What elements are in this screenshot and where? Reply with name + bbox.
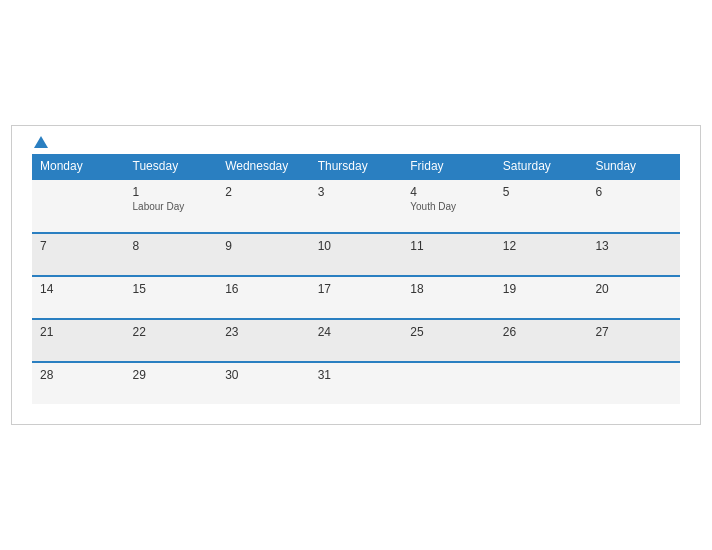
calendar-cell: 16: [217, 276, 310, 319]
day-number: 13: [595, 239, 672, 253]
calendar-cell: 24: [310, 319, 403, 362]
calendar-cell: 23: [217, 319, 310, 362]
weekday-header-tuesday: Tuesday: [125, 154, 218, 179]
day-number: 11: [410, 239, 487, 253]
weekday-header-sunday: Sunday: [587, 154, 680, 179]
calendar-cell: 1Labour Day: [125, 179, 218, 233]
calendar-table: MondayTuesdayWednesdayThursdayFridaySatu…: [32, 154, 680, 404]
day-number: 20: [595, 282, 672, 296]
calendar-cell: [495, 362, 588, 404]
day-number: 29: [133, 368, 210, 382]
day-number: 26: [503, 325, 580, 339]
calendar-cell: 6: [587, 179, 680, 233]
calendar-cell: 30: [217, 362, 310, 404]
weekday-header-row: MondayTuesdayWednesdayThursdayFridaySatu…: [32, 154, 680, 179]
calendar-cell: 25: [402, 319, 495, 362]
day-number: 25: [410, 325, 487, 339]
day-number: 22: [133, 325, 210, 339]
calendar-cell: 18: [402, 276, 495, 319]
calendar-cell: 11: [402, 233, 495, 276]
day-number: 4: [410, 185, 487, 199]
calendar-cell: 27: [587, 319, 680, 362]
day-number: 16: [225, 282, 302, 296]
calendar-cell: 7: [32, 233, 125, 276]
day-number: 8: [133, 239, 210, 253]
calendar-cell: 22: [125, 319, 218, 362]
calendar-cell: [32, 179, 125, 233]
calendar-cell: 28: [32, 362, 125, 404]
day-number: 17: [318, 282, 395, 296]
weekday-header-thursday: Thursday: [310, 154, 403, 179]
day-number: 18: [410, 282, 487, 296]
calendar-cell: 4Youth Day: [402, 179, 495, 233]
calendar-cell: [587, 362, 680, 404]
calendar-cell: 21: [32, 319, 125, 362]
calendar-cell: 5: [495, 179, 588, 233]
weekday-header-saturday: Saturday: [495, 154, 588, 179]
logo-triangle-icon: [34, 136, 48, 148]
day-number: 3: [318, 185, 395, 199]
day-event: Youth Day: [410, 201, 487, 212]
weekday-header-monday: Monday: [32, 154, 125, 179]
day-number: 14: [40, 282, 117, 296]
calendar-cell: 3: [310, 179, 403, 233]
calendar-cell: 31: [310, 362, 403, 404]
day-number: 31: [318, 368, 395, 382]
calendar-cell: 12: [495, 233, 588, 276]
day-number: 9: [225, 239, 302, 253]
calendar-cell: 19: [495, 276, 588, 319]
day-number: 2: [225, 185, 302, 199]
calendar-cell: 20: [587, 276, 680, 319]
day-number: 5: [503, 185, 580, 199]
day-number: 15: [133, 282, 210, 296]
day-number: 6: [595, 185, 672, 199]
calendar-cell: 29: [125, 362, 218, 404]
calendar-cell: 9: [217, 233, 310, 276]
day-number: 23: [225, 325, 302, 339]
day-event: Labour Day: [133, 201, 210, 212]
week-row-2: 78910111213: [32, 233, 680, 276]
day-number: 10: [318, 239, 395, 253]
weekday-header-wednesday: Wednesday: [217, 154, 310, 179]
calendar-cell: 17: [310, 276, 403, 319]
calendar-cell: 15: [125, 276, 218, 319]
day-number: 30: [225, 368, 302, 382]
logo: [32, 136, 48, 148]
day-number: 1: [133, 185, 210, 199]
calendar-cell: 2: [217, 179, 310, 233]
day-number: 28: [40, 368, 117, 382]
day-number: 19: [503, 282, 580, 296]
day-number: 7: [40, 239, 117, 253]
day-number: 21: [40, 325, 117, 339]
calendar-cell: 14: [32, 276, 125, 319]
calendar-cell: 8: [125, 233, 218, 276]
day-number: 27: [595, 325, 672, 339]
calendar-cell: 26: [495, 319, 588, 362]
week-row-5: 28293031: [32, 362, 680, 404]
calendar-cell: 10: [310, 233, 403, 276]
weekday-header-friday: Friday: [402, 154, 495, 179]
calendar-container: MondayTuesdayWednesdayThursdayFridaySatu…: [11, 125, 701, 425]
calendar-cell: 13: [587, 233, 680, 276]
day-number: 12: [503, 239, 580, 253]
week-row-3: 14151617181920: [32, 276, 680, 319]
logo-blue-text: [32, 136, 48, 148]
day-number: 24: [318, 325, 395, 339]
week-row-4: 21222324252627: [32, 319, 680, 362]
calendar-cell: [402, 362, 495, 404]
week-row-1: 1Labour Day234Youth Day56: [32, 179, 680, 233]
